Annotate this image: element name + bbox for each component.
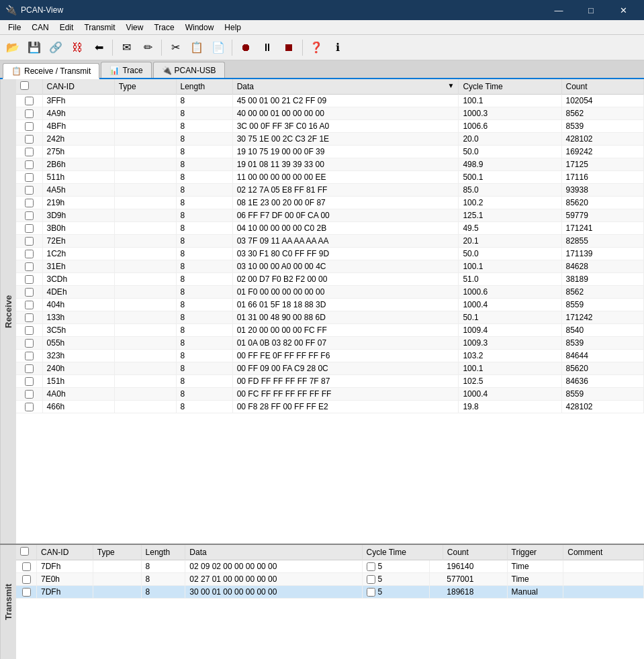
receive-row[interactable]: 3D9h 8 06 FF F7 DF 00 0F CA 00 125.1 597… <box>16 209 644 222</box>
receive-row[interactable]: 219h 8 08 1E 23 00 20 00 0F 87 100.2 856… <box>16 197 644 209</box>
transmit-select-all[interactable] <box>20 547 29 556</box>
menu-window[interactable]: Window <box>180 21 220 34</box>
receive-row-checkbox[interactable] <box>16 248 42 260</box>
receive-row[interactable]: 133h 8 01 31 00 48 90 00 88 6D 50.1 1712… <box>16 311 644 324</box>
receive-row-checkbox[interactable] <box>16 311 42 324</box>
receive-row[interactable]: 1C2h 8 03 30 F1 80 C0 FF FF 9D 50.0 1711… <box>16 248 644 260</box>
transmit-row-cycletime[interactable]: 5 <box>363 560 430 572</box>
receive-row-checkbox[interactable] <box>16 260 42 273</box>
back-button[interactable]: ⬅ <box>89 38 109 58</box>
edit-button[interactable]: ✏ <box>138 38 158 58</box>
tab-pcan-usb[interactable]: 🔌 PCAN-USB <box>153 62 225 78</box>
receive-row[interactable]: 3FFh 8 45 00 01 00 21 C2 FF 09 100.1 102… <box>16 95 644 107</box>
receive-row-checkbox[interactable] <box>16 120 42 133</box>
receive-row-checkbox[interactable] <box>16 171 42 184</box>
receive-row-checkbox[interactable] <box>16 209 42 222</box>
transmit-row-count: 196140 <box>443 560 507 573</box>
receive-row-checkbox[interactable] <box>16 95 42 107</box>
paste-button[interactable]: 📄 <box>208 38 228 58</box>
receive-row-checkbox[interactable] <box>16 299 42 311</box>
transmit-row[interactable]: 7DFh 8 30 00 01 00 00 00 00 00 5 189618 … <box>16 586 644 599</box>
tab-receive-transmit[interactable]: 📋 Receive / Transmit <box>3 63 99 79</box>
receive-row[interactable]: 323h 8 00 FF FE 0F FF FF FF F6 103.2 846… <box>16 350 644 362</box>
receive-row-type <box>114 248 176 260</box>
receive-row[interactable]: 3B0h 8 04 10 00 00 00 00 C0 2B 49.5 1712… <box>16 222 644 235</box>
menu-can[interactable]: CAN <box>26 21 54 34</box>
receive-select-all[interactable] <box>20 81 29 90</box>
menu-help[interactable]: Help <box>219 21 246 34</box>
receive-row-checkbox[interactable] <box>16 324 42 337</box>
tab-trace[interactable]: 📊 Trace <box>101 62 151 78</box>
receive-row[interactable]: 275h 8 19 10 75 19 00 00 0F 39 50.0 1692… <box>16 146 644 158</box>
menu-file[interactable]: File <box>3 21 26 34</box>
menu-edit[interactable]: Edit <box>54 21 79 34</box>
transmit-table-wrapper[interactable]: CAN-ID Type Length Data Cycle Time Count… <box>16 545 644 659</box>
receive-row[interactable]: 3CDh 8 02 00 D7 F0 B2 F2 00 00 51.0 3818… <box>16 273 644 286</box>
receive-row-checkbox[interactable] <box>16 273 42 286</box>
transmit-col-checkbox[interactable] <box>16 545 37 560</box>
receive-row-checkbox[interactable] <box>16 362 42 375</box>
cut-button[interactable]: ✂ <box>165 38 185 58</box>
receive-row[interactable]: 4A0h 8 00 FC FF FF FF FF FF FF 1000.4 85… <box>16 388 644 401</box>
transmit-row-cycletime[interactable]: 5 <box>363 586 430 598</box>
transmit-row-canid: 7E0h <box>37 573 93 586</box>
receive-row-count: 428102 <box>561 133 644 146</box>
receive-row[interactable]: 31Eh 8 03 10 00 00 A0 00 00 4C 100.1 846… <box>16 260 644 273</box>
receive-row[interactable]: 404h 8 01 66 01 5F 18 18 88 3D 1000.4 85… <box>16 299 644 311</box>
disconnect-button[interactable]: ⛓ <box>67 38 87 58</box>
info-button[interactable]: ℹ <box>328 38 348 58</box>
minimize-button[interactable]: — <box>543 0 574 20</box>
stop-button[interactable]: ⏹ <box>279 38 299 58</box>
help-button[interactable]: ❓ <box>306 38 326 58</box>
menu-transmit[interactable]: Transmit <box>79 21 120 34</box>
transmit-row[interactable]: 7E0h 8 02 27 01 00 00 00 00 00 5 577001 … <box>16 573 644 586</box>
receive-row-length: 8 <box>176 146 232 158</box>
receive-row[interactable]: 72Eh 8 03 7F 09 11 AA AA AA AA 20.1 8285… <box>16 235 644 248</box>
receive-row-checkbox[interactable] <box>16 337 42 350</box>
receive-row-checkbox[interactable] <box>16 158 42 171</box>
maximize-button[interactable]: □ <box>576 0 606 20</box>
receive-row[interactable]: 240h 8 00 FF 09 00 FA C9 28 0C 100.1 856… <box>16 362 644 375</box>
email-button[interactable]: ✉ <box>116 38 136 58</box>
receive-row-type <box>114 311 176 324</box>
receive-row[interactable]: 4DEh 8 01 F0 00 00 00 00 00 00 1000.6 85… <box>16 286 644 299</box>
receive-row-checkbox[interactable] <box>16 375 42 388</box>
receive-row[interactable]: 511h 8 11 00 00 00 00 00 00 EE 500.1 171… <box>16 171 644 184</box>
transmit-row-checkbox[interactable] <box>16 573 37 586</box>
receive-row-checkbox[interactable] <box>16 388 42 401</box>
receive-row[interactable]: 4A9h 8 40 00 00 01 00 00 00 00 1000.3 85… <box>16 107 644 120</box>
open-button[interactable]: 📂 <box>3 38 23 58</box>
receive-table-wrapper[interactable]: CAN-ID Type Length Data ▼ Cycle Time Cou… <box>16 79 644 544</box>
receive-row-checkbox[interactable] <box>16 107 42 120</box>
receive-row-checkbox[interactable] <box>16 222 42 235</box>
receive-row-checkbox[interactable] <box>16 401 42 413</box>
transmit-row[interactable]: 7DFh 8 02 09 02 00 00 00 00 00 5 196140 … <box>16 560 644 573</box>
transmit-row-cycletime[interactable]: 5 <box>363 573 430 585</box>
menu-view[interactable]: View <box>121 21 149 34</box>
record-button[interactable]: ⏺ <box>236 38 256 58</box>
save-button[interactable]: 💾 <box>24 38 44 58</box>
pause-button[interactable]: ⏸ <box>257 38 277 58</box>
transmit-row-checkbox[interactable] <box>16 560 37 573</box>
receive-row[interactable]: 242h 8 30 75 1E 00 2C C3 2F 1E 20.0 4281… <box>16 133 644 146</box>
receive-row-checkbox[interactable] <box>16 350 42 362</box>
receive-row[interactable]: 055h 8 01 0A 0B 03 82 00 FF 07 1009.3 85… <box>16 337 644 350</box>
receive-row-checkbox[interactable] <box>16 286 42 299</box>
menu-trace[interactable]: Trace <box>148 21 179 34</box>
receive-row-checkbox[interactable] <box>16 146 42 158</box>
connect-button[interactable]: 🔗 <box>46 38 66 58</box>
receive-row[interactable]: 151h 8 00 FD FF FF FF FF 7F 87 102.5 846… <box>16 375 644 388</box>
receive-row-checkbox[interactable] <box>16 133 42 146</box>
receive-row[interactable]: 2B6h 8 19 01 08 11 39 39 33 00 498.9 171… <box>16 158 644 171</box>
receive-row[interactable]: 466h 8 00 F8 28 FF 00 FF FF E2 19.8 4281… <box>16 401 644 413</box>
receive-row[interactable]: 4BFh 8 3C 00 0F FF 3F C0 16 A0 1006.6 85… <box>16 120 644 133</box>
transmit-row-checkbox[interactable] <box>16 586 37 599</box>
receive-row[interactable]: 4A5h 8 02 12 7A 05 E8 FF 81 FF 85.0 9393… <box>16 184 644 197</box>
receive-row[interactable]: 3C5h 8 01 20 00 00 00 00 FC FF 1009.4 85… <box>16 324 644 337</box>
receive-row-checkbox[interactable] <box>16 235 42 248</box>
copy-button[interactable]: 📋 <box>187 38 207 58</box>
receive-row-checkbox[interactable] <box>16 184 42 197</box>
receive-row-checkbox[interactable] <box>16 197 42 209</box>
close-button[interactable]: ✕ <box>608 0 639 20</box>
receive-col-checkbox[interactable] <box>16 79 42 95</box>
